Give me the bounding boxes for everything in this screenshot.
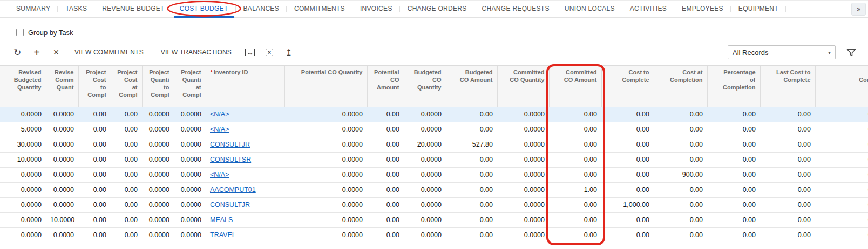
column-header-last-cost-to-complete[interactable]: Last Cost toComplete [760, 66, 815, 107]
table-row[interactable]: 5.00000.00000.000.000.00000.0000<N/A>0.0… [0, 122, 868, 137]
cell-cost-to-complete[interactable]: 0.00 [601, 137, 654, 152]
cell-budgeted-co-quantity[interactable]: 0.0000 [404, 167, 446, 182]
cell-budgeted-co-amount[interactable]: 0.00 [446, 107, 497, 122]
cell-cost-to-complete[interactable]: 0.00 [601, 107, 654, 122]
cell-last-cost-to-complete[interactable]: 0.00 [760, 227, 815, 243]
delete-row-icon[interactable]: × [46, 44, 66, 60]
cell-project-quantity-at-completion[interactable]: 0.0000 [174, 182, 206, 197]
cell-last-cost-to-complete[interactable]: 0.00 [760, 182, 815, 197]
cell-percentage-of-completion[interactable]: 0.00 [707, 122, 760, 137]
cell-revised-budgeted-quantity[interactable]: 0.0000 [0, 197, 46, 212]
cell-potential-co-amount[interactable]: 0.00 [367, 212, 404, 227]
cell-revised-committed-quantity[interactable]: 0.0000 [46, 227, 78, 243]
cell-budgeted-co-quantity[interactable]: 0.0000 [404, 212, 446, 227]
cell-project-cost-to-complete[interactable]: 0.00 [78, 137, 111, 152]
cell-cost-at-completion[interactable]: 0.00 [654, 227, 707, 243]
cell-project-quantity-to-complete[interactable]: 0.0000 [142, 137, 174, 152]
cell-last-cost-to-complete[interactable]: 0.00 [760, 122, 815, 137]
cell-committed-co-quantity[interactable]: 0.0000 [497, 152, 549, 167]
cell-last-cost-to-complete[interactable]: 0.00 [760, 152, 815, 167]
cell-committed-co-quantity[interactable]: 0.0000 [497, 122, 549, 137]
cell-cost-at-completion[interactable]: 0.00 [654, 212, 707, 227]
cell-project-cost-at-completion[interactable]: 0.00 [111, 212, 142, 227]
cell-potential-co-quantity[interactable]: 0.0000 [284, 197, 367, 212]
cell-project-cost-at-completion[interactable]: 0.00 [111, 227, 142, 243]
cell-last-cost-to-complete[interactable]: 0.00 [760, 137, 815, 152]
cell-potential-co-amount[interactable]: 0.00 [367, 152, 404, 167]
table-row[interactable]: 0.00000.00000.000.000.00000.0000<N/A>0.0… [0, 107, 868, 122]
upload-icon[interactable]: ↥ [279, 44, 299, 60]
cell-project-cost-to-complete[interactable]: 0.00 [78, 197, 111, 212]
column-header-committed-co-quantity[interactable]: CommittedCO Quantity [497, 66, 549, 107]
cell-revised-budgeted-quantity[interactable]: 30.0000 [0, 137, 46, 152]
inventory-id-link[interactable]: <N/A> [210, 126, 229, 133]
table-row[interactable]: 30.00000.00000.000.000.00000.0000CONSULT… [0, 137, 868, 152]
cell-budgeted-co-quantity[interactable]: 0.0000 [404, 227, 446, 243]
cell-project-quantity-to-complete[interactable]: 0.0000 [142, 182, 174, 197]
cell-project-cost-at-completion[interactable]: 0.00 [111, 182, 142, 197]
cell-revised-budgeted-quantity[interactable]: 10.0000 [0, 152, 46, 167]
tab-tasks[interactable]: TASKS [58, 1, 94, 17]
cell-potential-co-quantity[interactable]: 0.0000 [284, 227, 367, 243]
cell-percentage-of-completion[interactable]: 0.00 [707, 167, 760, 182]
cell-committed-co-quantity[interactable]: 0.0000 [497, 212, 549, 227]
tab-change-requests[interactable]: CHANGE REQUESTS [474, 1, 557, 17]
inventory-id-link[interactable]: CONSULTSR [210, 156, 251, 163]
cell-potential-co-quantity[interactable]: 0.0000 [284, 212, 367, 227]
cell-budgeted-co-amount[interactable]: 0.00 [446, 197, 497, 212]
cell-project-cost-to-complete[interactable]: 0.00 [78, 182, 111, 197]
cell-project-quantity-to-complete[interactable]: 0.0000 [142, 227, 174, 243]
cell-project-quantity-to-complete[interactable]: 0.0000 [142, 107, 174, 122]
tab-union-locals[interactable]: UNION LOCALS [557, 1, 622, 17]
cell-project-cost-to-complete[interactable]: 0.00 [78, 107, 111, 122]
tab-commitments[interactable]: COMMITMENTS [287, 1, 352, 17]
cell-budgeted-co-amount[interactable]: 0.00 [446, 212, 497, 227]
cell-project-quantity-at-completion[interactable]: 0.0000 [174, 212, 206, 227]
cell-revised-committed-quantity[interactable]: 0.0000 [46, 107, 78, 122]
cell-revised-committed-quantity[interactable]: 0.0000 [46, 182, 78, 197]
cell-last-completion[interactable]: 0.00 [815, 122, 868, 137]
inventory-id-link[interactable]: <N/A> [210, 110, 229, 118]
cell-committed-co-quantity[interactable]: 0.0000 [497, 137, 549, 152]
cell-project-cost-to-complete[interactable]: 0.00 [78, 122, 111, 137]
column-header-committed-co-amount[interactable]: CommittedCO Amount [549, 66, 601, 107]
tab-employees[interactable]: EMPLOYEES [674, 1, 731, 17]
cell-percentage-of-completion[interactable]: 0.00 [707, 137, 760, 152]
cell-potential-co-amount[interactable]: 0.00 [367, 197, 404, 212]
records-filter-dropdown[interactable]: All Records ▾ [728, 45, 836, 59]
refresh-icon[interactable]: ↻ [8, 44, 27, 60]
cell-project-cost-to-complete[interactable]: 0.00 [78, 212, 111, 227]
tab-summary[interactable]: SUMMARY [9, 1, 58, 17]
table-row[interactable]: 0.000010.00000.000.000.00000.0000MEALS0.… [0, 212, 868, 227]
column-header-last-completion[interactable]: LastComple [815, 66, 868, 107]
cell-project-quantity-at-completion[interactable]: 0.0000 [174, 137, 206, 152]
cell-potential-co-amount[interactable]: 0.00 [367, 182, 404, 197]
cell-committed-co-quantity[interactable]: 0.0000 [497, 197, 549, 212]
cell-budgeted-co-quantity[interactable]: 0.0000 [404, 122, 446, 137]
cell-cost-to-complete[interactable]: 0.00 [601, 152, 654, 167]
cell-committed-co-amount[interactable]: 0.00 [549, 197, 601, 212]
cell-project-cost-at-completion[interactable]: 0.00 [111, 152, 142, 167]
tab-change-orders[interactable]: CHANGE ORDERS [400, 1, 474, 17]
cell-cost-at-completion[interactable]: 0.00 [654, 137, 707, 152]
cell-revised-committed-quantity[interactable]: 10.0000 [46, 212, 78, 227]
cell-project-cost-at-completion[interactable]: 0.00 [111, 107, 142, 122]
cell-last-completion[interactable]: 0.00 [815, 212, 868, 227]
cell-cost-at-completion[interactable]: 0.00 [654, 152, 707, 167]
cell-committed-co-amount[interactable]: 0.00 [549, 107, 601, 122]
column-header-cost-to-complete[interactable]: Cost toComplete [601, 66, 654, 107]
column-header-project-cost-at-completion[interactable]: ProjectCostatCompl [111, 66, 142, 107]
cell-budgeted-co-amount[interactable]: 527.80 [446, 137, 497, 152]
cell-budgeted-co-quantity[interactable]: 0.0000 [404, 197, 446, 212]
view-transactions-button[interactable]: VIEW TRANSACTIONS [152, 44, 240, 60]
cell-revised-committed-quantity[interactable]: 0.0000 [46, 152, 78, 167]
tab-cost-budget[interactable]: COST BUDGET [172, 1, 236, 17]
cell-revised-committed-quantity[interactable]: 0.0000 [46, 137, 78, 152]
cell-last-completion[interactable]: 0.00 [815, 107, 868, 122]
cell-revised-budgeted-quantity[interactable]: 0.0000 [0, 182, 46, 197]
cell-project-cost-at-completion[interactable]: 0.00 [111, 197, 142, 212]
cell-project-quantity-to-complete[interactable]: 0.0000 [142, 167, 174, 182]
cell-cost-to-complete[interactable]: 0.00 [601, 182, 654, 197]
cell-revised-budgeted-quantity[interactable]: 5.0000 [0, 122, 46, 137]
cell-committed-co-quantity[interactable]: 0.0000 [497, 227, 549, 243]
